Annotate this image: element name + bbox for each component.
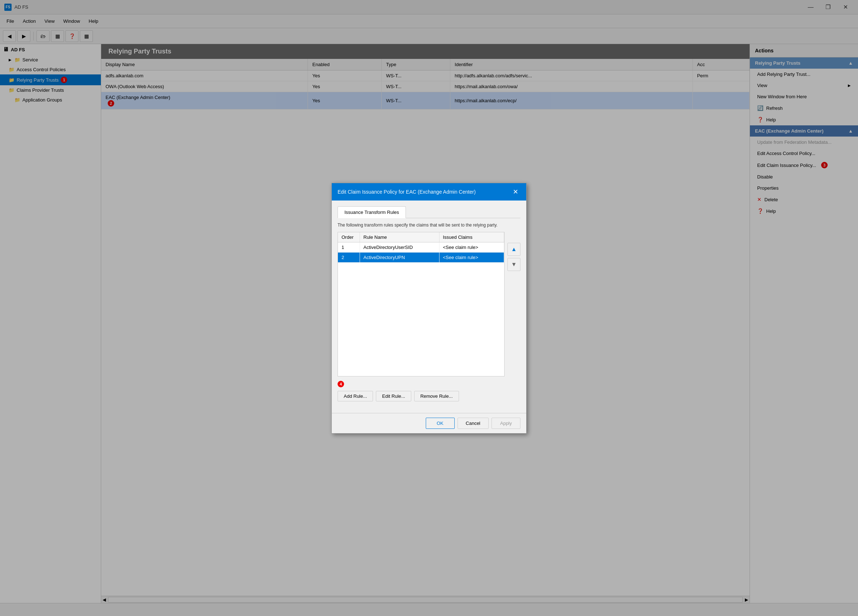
- modal-action-buttons: Add Rule... Edit Rule... Remove Rule...: [337, 391, 521, 401]
- col-issued-claims: Issued Claims: [439, 232, 504, 242]
- edit-rule-button[interactable]: Edit Rule...: [376, 391, 411, 401]
- modal-dialog: Edit Claim Issuance Policy for EAC (Exch…: [331, 183, 527, 434]
- cancel-button[interactable]: Cancel: [457, 417, 489, 429]
- modal-overlay: Edit Claim Issuance Policy for EAC (Exch…: [0, 0, 858, 616]
- apply-button[interactable]: Apply: [491, 417, 521, 429]
- rule-claims-2: <See claim rule>: [439, 252, 504, 262]
- rule-order-1: 1: [338, 242, 360, 252]
- modal-footer: OK Cancel Apply: [332, 413, 526, 433]
- add-rule-button[interactable]: Add Rule...: [337, 391, 373, 401]
- rule-row-1[interactable]: 1 ActiveDirectoryUserSID <See claim rule…: [338, 242, 504, 252]
- rules-table: Order Rule Name Issued Claims 1 ActiveDi…: [338, 232, 504, 263]
- modal-title-bar: Edit Claim Issuance Policy for EAC (Exch…: [332, 183, 526, 200]
- rule-name-2: ActiveDirectoryUPN: [360, 252, 439, 262]
- ok-button[interactable]: OK: [426, 417, 455, 429]
- rule-order-2: 2: [338, 252, 360, 262]
- move-buttons-container: ▲ ▼: [507, 232, 521, 271]
- modal-body: Issuance Transform Rules The following t…: [332, 200, 526, 413]
- rule-name-1: ActiveDirectoryUserSID: [360, 242, 439, 252]
- tab-strip: Issuance Transform Rules: [337, 206, 521, 218]
- remove-rule-button[interactable]: Remove Rule...: [414, 391, 459, 401]
- rule-claims-1: <See claim rule>: [439, 242, 504, 252]
- badge-4: 4: [337, 381, 344, 387]
- modal-description: The following transform rules specify th…: [337, 223, 521, 228]
- col-order: Order: [338, 232, 360, 242]
- tab-issuance-transform[interactable]: Issuance Transform Rules: [337, 206, 406, 218]
- modal-title: Edit Claim Issuance Policy for EAC (Exch…: [337, 189, 476, 195]
- rules-table-container: Order Rule Name Issued Claims 1 ActiveDi…: [337, 232, 505, 377]
- col-rule-name: Rule Name: [360, 232, 439, 242]
- move-up-button[interactable]: ▲: [507, 243, 521, 256]
- move-down-button[interactable]: ▼: [507, 258, 521, 271]
- modal-close-button[interactable]: ✕: [510, 187, 521, 197]
- rule-row-2[interactable]: 2 ActiveDirectoryUPN <See claim rule>: [338, 252, 504, 262]
